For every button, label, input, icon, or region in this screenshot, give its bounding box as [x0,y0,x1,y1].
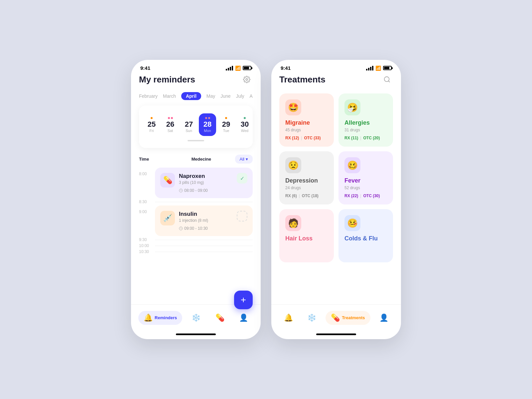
depression-drugs: 24 drugs [285,186,328,190]
time-spacer-930: 9:30 [139,237,253,242]
svg-point-3 [384,77,389,82]
nav-snowflake-2[interactable]: ❄️ [302,311,322,325]
settings-icon[interactable] [241,73,253,85]
nav-pill[interactable]: 💊 [210,311,230,325]
month-march[interactable]: March [163,92,176,100]
nav-profile[interactable]: 👤 [234,311,253,325]
date-26[interactable]: 26 Sat [162,113,179,136]
migraine-emoji: 🤩 [285,99,301,115]
add-reminder-fab[interactable]: + [234,291,253,309]
migraine-tags: RX (12) | OTC (33) [285,136,328,140]
snowflake-icon: ❄️ [192,314,200,322]
month-may[interactable]: May [206,92,215,100]
time-800: 8:00 [139,168,151,176]
colds-name: Colds & Flu [344,235,387,242]
signal-icon-2 [366,66,373,70]
time-spacer-1000: 10:00 [139,243,253,248]
status-bar-2: 9:41 📶 [271,60,401,73]
header-row-2: Treatments [279,73,393,85]
nav-snowflake[interactable]: ❄️ [186,311,206,325]
allergies-name: Allergies [344,119,387,126]
phone-treatments: 9:41 📶 Treatments [271,60,401,339]
home-indicator-1 [176,333,216,335]
schedule-row-naproxen: 8:00 💊 Naproxen 3 pills (10 mg) 08:00 - … [139,168,253,198]
fever-name: Fever [344,177,387,184]
pill-icon-2: 💊 [331,314,340,322]
naproxen-icon: 💊 [160,173,175,188]
nav-treatments[interactable]: 💊 Treatments [326,311,370,325]
month-february[interactable]: February [139,92,158,100]
date-30[interactable]: 30 Wed [236,113,253,136]
bottom-nav-2: 🔔 ❄️ 💊 Treatments 👤 [271,304,401,331]
date-strip: 25 Fri 26 Sat 27 [143,113,249,136]
nav-reminders[interactable]: 🔔 Reminders [138,311,182,325]
depression-name: Depression [285,177,328,184]
treatment-hairloss[interactable]: 🧑 Hair Loss [279,209,334,262]
time-spacer-1030: 10:30 [139,249,253,254]
svg-point-0 [246,78,248,80]
med-card-naproxen[interactable]: 💊 Naproxen 3 pills (10 mg) 08:00 - 09:00 [155,168,253,198]
filter-button[interactable]: All ▾ [235,155,253,164]
schedule-header: Time Medecine All ▾ [139,155,253,164]
month-strip: February March April May June July Aug [139,92,253,100]
migraine-name: Migraine [285,119,328,126]
treatment-allergies[interactable]: 🤧 Allergies 31 drugs RX (11) | OTC (20) [338,93,393,147]
date-25[interactable]: 25 Fri [143,113,160,136]
date-28-selected[interactable]: 28 Mon [199,113,216,136]
profile-icon: 👤 [239,314,248,322]
insulin-check[interactable]: ✓ [237,211,247,221]
migraine-drugs: 45 drugs [285,128,328,132]
header-row-1: My reminders [139,73,253,85]
wifi-icon-2: 📶 [375,66,381,71]
schedule-row-insulin: 9:00 💉 Insulin 1 injection (8 ml) 09:00 … [139,205,253,236]
col-med-label: Medecine [192,157,211,162]
strip-scroll [188,140,204,141]
page-title-2: Treatments [279,74,326,85]
nav-profile-2[interactable]: 👤 [374,311,394,325]
fever-tags: RX (22) | OTC (30) [344,194,387,198]
depression-tags: RX (6) | OTC (18) [285,194,328,198]
month-april[interactable]: April [181,92,201,100]
insulin-icon: 💉 [160,211,175,225]
naproxen-check[interactable]: ✓ [237,173,247,184]
battery-icon-2 [383,66,392,70]
wifi-icon: 📶 [235,66,241,71]
colds-emoji: 🤒 [344,215,360,231]
naproxen-dose: 3 pills (10 mg) [179,180,233,185]
hairloss-name: Hair Loss [285,235,328,242]
insulin-dose: 1 injection (8 ml) [179,218,233,223]
status-bar-1: 9:41 📶 [131,60,261,73]
hairloss-emoji: 🧑 [285,215,301,231]
date-27[interactable]: 27 Sun [180,113,198,136]
allergies-emoji: 🤧 [344,99,360,115]
med-card-insulin[interactable]: 💉 Insulin 1 injection (8 ml) 09:00 - 10:… [155,205,253,236]
fever-drugs: 52 drugs [344,186,387,190]
phones-container: 9:41 📶 My reminders [118,47,414,352]
fever-emoji: 🥴 [344,157,360,173]
bell-icon-2: 🔔 [284,314,293,322]
insulin-time: 09:00 - 10:30 [179,226,233,231]
snowflake-icon-2: ❄️ [307,314,316,322]
schedule-list: 8:00 💊 Naproxen 3 pills (10 mg) 08:00 - … [139,168,253,304]
profile-icon-2: 👤 [379,314,388,322]
time-900: 9:00 [139,205,151,214]
month-june[interactable]: June [220,92,230,100]
allergies-drugs: 31 drugs [344,128,387,132]
treatment-depression[interactable]: 😟 Depression 24 drugs RX (6) | OTC (18) [279,151,334,204]
treatments-grid: 🤩 Migraine 45 drugs RX (12) | OTC (33) 🤧… [279,93,393,262]
phone-reminders: 9:41 📶 My reminders [131,60,261,339]
depression-emoji: 😟 [285,157,301,173]
status-time-1: 9:41 [140,65,150,71]
signal-icon [226,66,233,70]
search-icon[interactable] [381,73,393,85]
month-july[interactable]: July [236,92,244,100]
treatment-colds[interactable]: 🤒 Colds & Flu [338,209,393,262]
date-29[interactable]: 29 Tue [217,113,235,136]
month-august[interactable]: Aug [250,92,253,100]
nav-bell-2[interactable]: 🔔 [279,311,298,325]
treatment-fever[interactable]: 🥴 Fever 52 drugs RX (22) | OTC (30) [338,151,393,204]
status-icons-2: 📶 [366,66,392,71]
status-icons-1: 📶 [226,66,251,71]
treatment-migraine[interactable]: 🤩 Migraine 45 drugs RX (12) | OTC (33) [279,93,334,147]
phone1-content: My reminders February March April May Ju… [131,73,261,304]
